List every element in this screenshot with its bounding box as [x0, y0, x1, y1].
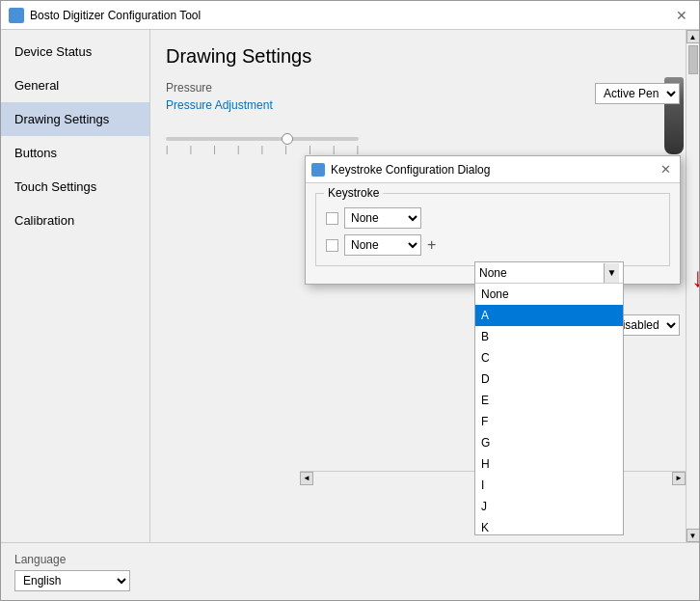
- dropdown-arrow-button[interactable]: ▼: [604, 263, 619, 283]
- main-content: Drawing Settings Pressure Pressure Adjus…: [150, 30, 699, 542]
- dropdown-item[interactable]: None: [475, 284, 623, 305]
- window-close-button[interactable]: ✕: [672, 6, 691, 25]
- language-label: Language: [14, 553, 686, 566]
- keystroke-row-2: None + ↓ None ▼: [326, 234, 660, 256]
- sidebar-item-device-status[interactable]: Device Status: [1, 35, 149, 68]
- keystroke-checkbox-2[interactable]: [326, 239, 338, 252]
- dialog-title-bar: Keystroke Configuration Dialog ✕: [306, 156, 680, 183]
- dropdown-item[interactable]: B: [475, 326, 623, 347]
- sidebar-item-buttons[interactable]: Buttons: [1, 136, 149, 170]
- sidebar-item-drawing-settings[interactable]: Drawing Settings: [1, 102, 149, 136]
- content-area: Device Status General Drawing Settings B…: [1, 30, 699, 542]
- window-title: Bosto Digitizer Configuration Tool: [30, 9, 672, 22]
- keystroke-row-1: None: [326, 207, 660, 229]
- dropdown-selected-text: None: [479, 266, 604, 280]
- language-select-wrap: English: [14, 570, 686, 591]
- dropdown-item[interactable]: H: [475, 453, 623, 475]
- red-arrow-indicator: ↓: [691, 262, 699, 293]
- keystroke-dropdown-2[interactable]: None: [344, 234, 421, 256]
- dropdown-selected-row: None ▼: [475, 262, 623, 284]
- sidebar-item-general[interactable]: General: [1, 68, 149, 102]
- keystroke-group-label: Keystroke: [324, 186, 383, 200]
- title-bar: Bosto Digitizer Configuration Tool ✕: [1, 1, 699, 30]
- keystroke-checkbox-1[interactable]: [326, 212, 338, 225]
- sidebar-item-touch-settings[interactable]: Touch Settings: [1, 170, 149, 204]
- language-dropdown[interactable]: English: [14, 570, 130, 591]
- dropdown-item[interactable]: J: [475, 496, 623, 517]
- app-icon: [9, 8, 24, 23]
- dropdown-list[interactable]: NoneABCDEFGHIJKLMN: [475, 284, 623, 534]
- dialog-title: Keystroke Configuration Dialog: [331, 163, 657, 177]
- dropdown-item[interactable]: K: [475, 517, 623, 534]
- dropdown-item[interactable]: G: [475, 432, 623, 453]
- dialog-overlay: Keystroke Configuration Dialog ✕ Keystro…: [150, 30, 699, 542]
- dialog-icon: [311, 163, 325, 177]
- dropdown-item[interactable]: F: [475, 411, 623, 432]
- sidebar: Device Status General Drawing Settings B…: [1, 30, 150, 542]
- main-window: Bosto Digitizer Configuration Tool ✕ Dev…: [0, 0, 700, 601]
- dialog-close-button[interactable]: ✕: [657, 161, 674, 178]
- bottom-bar: Language English: [1, 542, 699, 600]
- keystroke-group: Keystroke None None: [315, 193, 670, 266]
- keystroke-dialog: Keystroke Configuration Dialog ✕ Keystro…: [305, 155, 681, 285]
- sidebar-item-calibration[interactable]: Calibration: [1, 204, 149, 237]
- keystroke-dropdown-1[interactable]: None: [344, 207, 421, 229]
- plus-sign: +: [427, 236, 436, 254]
- dropdown-item[interactable]: A: [475, 305, 623, 326]
- dropdown-item[interactable]: C: [475, 347, 623, 369]
- dialog-body: Keystroke None None: [306, 183, 680, 284]
- dropdown-item[interactable]: D: [475, 369, 623, 390]
- keystroke-expanded-dropdown: ↓ None ▼ NoneABCDEFGHIJKLMN: [474, 261, 624, 535]
- dropdown-item[interactable]: E: [475, 390, 623, 411]
- dropdown-item[interactable]: I: [475, 475, 623, 496]
